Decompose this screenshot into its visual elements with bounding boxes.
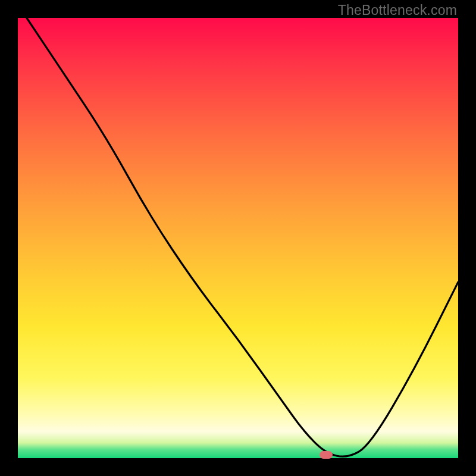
plot-area <box>18 18 458 458</box>
optimal-marker <box>320 451 333 459</box>
curve-path <box>27 18 458 456</box>
chart-frame: TheBottleneck.com <box>0 0 476 476</box>
bottleneck-curve <box>18 18 458 458</box>
watermark-label: TheBottleneck.com <box>338 2 457 18</box>
